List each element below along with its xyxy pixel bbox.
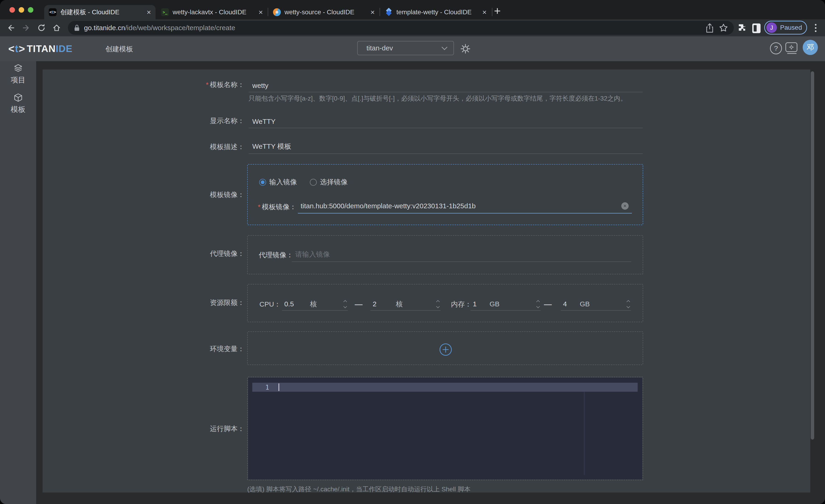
label-text: 模板描述： <box>210 143 244 151</box>
stepper-arrows-icon[interactable] <box>344 301 347 308</box>
description-input[interactable]: WeTTY 模板 <box>248 141 643 154</box>
fish-favicon-icon <box>273 8 281 16</box>
memory-min-unit: GB <box>490 300 500 308</box>
terminal-favicon-icon: >_ <box>161 8 169 16</box>
gem-favicon-icon <box>385 8 393 16</box>
template-name-help: 只能包含小写字母[a-z]、数字[0-9]、点[.]与破折号[-]，必须以小写字… <box>248 94 824 103</box>
url-text: go.titanide.cn/ide/web/workspace/templat… <box>84 24 235 32</box>
memory-min-stepper[interactable]: 1 GB <box>470 298 541 311</box>
template-image-input[interactable]: titan.hub:5000/demo/template-wetty:v2023… <box>298 199 632 214</box>
radio-select-image[interactable] <box>310 179 317 186</box>
tab-title: wetty-lackavtx - CloudIDE <box>173 8 256 16</box>
tab-strip: <t> 创建模板 - CloudIDE × >_ wetty-lackavtx … <box>0 0 825 19</box>
stepper-arrows-icon[interactable] <box>627 301 629 308</box>
tab-close-icon[interactable]: × <box>370 8 375 16</box>
app-sidebar: 项目 模板 <box>0 61 36 504</box>
tab-divider <box>492 8 493 16</box>
profile-avatar: J <box>766 22 777 33</box>
chevron-down-icon <box>442 44 447 50</box>
field-label-display-name: 显示名称： <box>43 117 244 125</box>
browser-window: <t> 创建模板 - CloudIDE × >_ wetty-lackavtx … <box>0 0 825 504</box>
label-text: 运行脚本： <box>210 425 244 432</box>
label-text: 模板镜像： <box>210 191 244 198</box>
profile-chip[interactable]: J Paused <box>764 21 807 34</box>
memory-min-value: 1 <box>473 300 477 308</box>
tab-template-wetty[interactable]: template-wetty - CloudIDE × <box>380 5 491 19</box>
new-tab-button[interactable]: + <box>494 4 501 17</box>
field-label-proxy-image: 代理镜像： <box>43 249 244 258</box>
traffic-close-button[interactable] <box>9 7 15 13</box>
cpu-max-value: 2 <box>373 300 377 308</box>
home-icon[interactable] <box>52 23 61 32</box>
memory-label: 内存： <box>451 300 472 309</box>
proxy-image-placeholder: 请输入镜像 <box>295 250 330 259</box>
template-name-value: wetty <box>252 82 269 90</box>
editor-line-number: 1 <box>259 384 275 391</box>
tab-close-icon[interactable]: × <box>258 8 263 16</box>
proxy-image-input[interactable]: 请输入镜像 <box>292 247 631 262</box>
reload-icon[interactable] <box>37 23 46 32</box>
traffic-minimize-button[interactable] <box>19 7 24 13</box>
forward-icon[interactable] <box>22 23 31 32</box>
clear-input-icon[interactable]: × <box>621 202 629 209</box>
extensions-puzzle-icon[interactable] <box>738 23 747 32</box>
radio-select-image-label: 选择镜像 <box>320 177 348 187</box>
cpu-min-stepper[interactable]: 0.5 核 <box>282 298 348 311</box>
vertical-scrollbar[interactable] <box>811 71 814 439</box>
script-code-editor[interactable]: 1 <box>248 377 642 479</box>
cpu-max-stepper[interactable]: 2 核 <box>370 298 441 311</box>
stepper-arrows-icon[interactable] <box>437 301 439 308</box>
tab-wetty-source[interactable]: wetty-source - CloudIDE × <box>269 5 379 19</box>
template-name-input[interactable]: wetty <box>248 79 643 92</box>
sidebar-item-projects[interactable]: 项目 <box>11 75 25 85</box>
label-text: 模板镜像： <box>262 203 297 211</box>
tab-close-icon[interactable]: × <box>147 8 151 16</box>
create-template-form-panel: *模板名称： 显示名称： 模板描述： 模板镜像： 代理镜像： 资源限额： 环境变… <box>43 70 810 493</box>
memory-max-stepper[interactable]: 4 GB <box>561 298 631 311</box>
layers-icon[interactable] <box>13 63 23 74</box>
memory-max-unit: GB <box>580 300 590 308</box>
cube-icon[interactable] <box>13 92 23 103</box>
display-name-input[interactable]: WeTTY <box>248 114 643 128</box>
resources-box: CPU： 0.5 核 — 2 核 内存： 1 GB — 4 GB <box>247 284 643 322</box>
side-panel-icon[interactable] <box>752 23 761 33</box>
logo-bracket-open: < <box>8 43 14 55</box>
profile-status: Paused <box>780 24 802 31</box>
field-label-run-script: 运行脚本： <box>43 425 244 433</box>
tab-close-icon[interactable]: × <box>482 8 486 16</box>
field-label-resources: 资源限额： <box>43 299 244 307</box>
titanide-logo: <t> TITANIDE <box>8 43 73 55</box>
field-label-env-vars: 环境变量： <box>43 345 244 353</box>
browser-menu-kebab-icon[interactable] <box>815 24 817 33</box>
tab-create-template[interactable]: <t> 创建模板 - CloudIDE × <box>44 5 156 19</box>
user-avatar[interactable]: 邓 <box>803 40 818 55</box>
workspace-settings-icon[interactable] <box>785 43 798 55</box>
lock-icon <box>74 24 80 32</box>
inner-label-proxy-image: 代理镜像： <box>259 250 293 260</box>
sidebar-item-templates[interactable]: 模板 <box>11 104 25 114</box>
bookmark-star-icon[interactable] <box>719 23 728 33</box>
label-text: 模板名称： <box>210 81 244 88</box>
help-icon[interactable]: ? <box>770 43 782 54</box>
back-icon[interactable] <box>6 23 15 32</box>
env-vars-box <box>247 331 643 365</box>
field-label-template-name: *模板名称： <box>43 81 244 89</box>
tab-title: 创建模板 - CloudIDE <box>60 8 144 17</box>
tab-wetty-lackavtx[interactable]: >_ wetty-lackavtx - CloudIDE × <box>157 5 268 19</box>
stepper-arrows-icon[interactable] <box>537 301 539 308</box>
address-bar[interactable]: go.titanide.cn/ide/web/workspace/templat… <box>68 21 734 35</box>
titanide-favicon-icon: <t> <box>49 8 57 16</box>
inner-label-template-image: *模板镜像： <box>258 202 297 212</box>
environment-select[interactable]: titan-dev <box>357 41 454 55</box>
traffic-zoom-button[interactable] <box>28 7 33 13</box>
cpu-label: CPU： <box>259 300 281 309</box>
logo-t: t <box>15 43 18 55</box>
range-dash: — <box>544 300 552 309</box>
image-source-radio-group: 输入镜像 选择镜像 <box>259 177 348 187</box>
description-value: WeTTY 模板 <box>252 142 291 151</box>
share-icon[interactable] <box>705 23 714 33</box>
add-env-var-button[interactable] <box>439 343 452 356</box>
radio-input-image[interactable] <box>259 179 266 186</box>
field-label-template-image: 模板镜像： <box>43 190 244 199</box>
settings-gear-icon[interactable] <box>460 43 471 54</box>
